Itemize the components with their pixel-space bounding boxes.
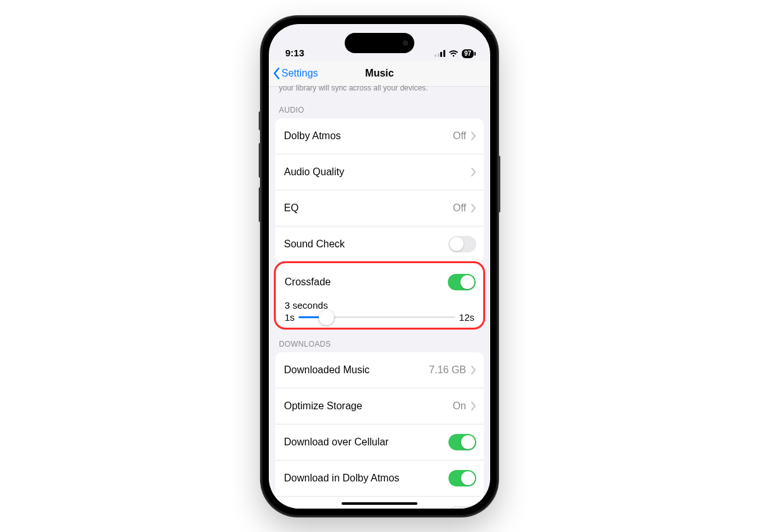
row-optimize-storage[interactable]: Optimize Storage On [275, 388, 484, 424]
audio-card: Dolby Atmos Off Audio Quality EQ [275, 118, 484, 262]
row-sound-check[interactable]: Sound Check [275, 226, 484, 262]
eq-label: EQ [284, 202, 448, 214]
row-eq[interactable]: EQ Off [275, 190, 484, 226]
side-button [498, 156, 500, 213]
chevron-right-icon [471, 366, 476, 374]
home-indicator[interactable] [342, 502, 417, 505]
row-download-in-dolby-atmos[interactable]: Download in Dolby Atmos [275, 460, 484, 496]
row-audio-quality[interactable]: Audio Quality [275, 154, 484, 190]
crossfade-duration-label: 3 seconds [285, 300, 474, 311]
ringer-switch [259, 111, 261, 130]
crossfade-slider-wrap: 3 seconds 1s 12s [276, 300, 483, 324]
section-header-audio: AUDIO [269, 96, 490, 118]
status-time: 9:13 [285, 47, 304, 58]
nav-bar: Settings Music [269, 61, 490, 87]
optimize-storage-value: On [453, 400, 466, 412]
audio-quality-label: Audio Quality [284, 166, 466, 178]
downloaded-music-value: 7.16 GB [429, 364, 466, 376]
screen: 9:13 97 [269, 24, 490, 509]
eq-value: Off [453, 202, 466, 214]
row-crossfade[interactable]: Crossfade [276, 263, 483, 300]
chevron-right-icon [471, 168, 476, 176]
back-button[interactable]: Settings [273, 61, 318, 86]
row-download-over-cellular[interactable]: Download over Cellular [275, 424, 484, 460]
volume-down-button [259, 187, 261, 222]
crossfade-label: Crossfade [285, 276, 443, 288]
row-downloaded-music[interactable]: Downloaded Music 7.16 GB [275, 352, 484, 388]
slider-thumb[interactable] [319, 310, 334, 325]
crossfade-slider[interactable] [299, 316, 455, 318]
download-dolby-switch[interactable] [448, 470, 476, 486]
chevron-right-icon [471, 132, 476, 140]
auto-downloads-switch[interactable] [448, 506, 476, 508]
stage: 9:13 97 [0, 0, 759, 532]
chevron-right-icon [471, 204, 476, 213]
wifi-icon [448, 50, 459, 58]
library-sync-note: your library will sync across all your d… [269, 84, 490, 96]
iphone-frame: 9:13 97 [261, 16, 498, 516]
crossfade-switch[interactable] [448, 274, 476, 290]
section-header-downloads: DOWNLOADS [269, 330, 490, 352]
nav-title: Music [365, 68, 393, 79]
crossfade-highlight: Crossfade 3 seconds 1s 12s [274, 261, 485, 330]
download-cellular-label: Download over Cellular [284, 436, 443, 448]
back-label: Settings [281, 68, 318, 79]
dynamic-island [345, 33, 414, 53]
volume-up-button [259, 143, 261, 178]
battery-indicator: 97 [462, 49, 474, 58]
download-dolby-label: Download in Dolby Atmos [284, 473, 443, 484]
downloads-card: Downloaded Music 7.16 GB Optimize Storag… [275, 352, 484, 508]
crossfade-min: 1s [285, 312, 295, 323]
cellular-signal-icon [435, 50, 445, 57]
crossfade-max: 12s [459, 312, 474, 323]
sound-check-switch[interactable] [448, 236, 476, 252]
row-dolby-atmos[interactable]: Dolby Atmos Off [275, 118, 484, 154]
downloaded-music-label: Downloaded Music [284, 364, 424, 376]
chevron-left-icon [273, 67, 280, 80]
dolby-atmos-label: Dolby Atmos [284, 130, 448, 142]
chevron-right-icon [471, 402, 476, 411]
download-cellular-switch[interactable] [448, 434, 476, 450]
dolby-atmos-value: Off [453, 130, 466, 142]
settings-content[interactable]: your library will sync across all your d… [269, 84, 490, 509]
sound-check-label: Sound Check [284, 238, 443, 250]
optimize-storage-label: Optimize Storage [284, 400, 448, 412]
